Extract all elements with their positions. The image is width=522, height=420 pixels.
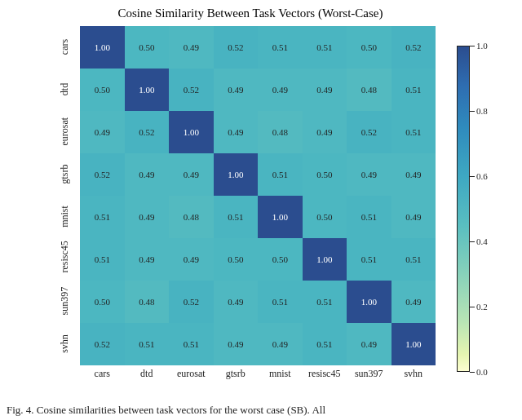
heatmap-cell: 0.52 — [169, 281, 214, 323]
heatmap-cell: 0.51 — [392, 111, 436, 153]
heatmap-cell: 0.49 — [125, 153, 170, 196]
heatmap-cell: 0.48 — [258, 111, 303, 153]
y-tick-label: mnist — [59, 203, 71, 231]
heatmap-cell: 0.49 — [214, 69, 259, 111]
x-tick-label: eurosat — [169, 368, 214, 380]
heatmap-cell: 0.48 — [347, 69, 392, 111]
heatmap-cell: 0.51 — [392, 69, 436, 111]
heatmap-cell: 0.49 — [214, 281, 259, 323]
colorbar-tick — [470, 241, 475, 242]
heatmap-cell: 0.52 — [125, 111, 170, 153]
colorbar-tick-label: 0.6 — [476, 171, 488, 181]
heatmap-cell: 0.49 — [347, 323, 392, 365]
heatmap-cell: 0.51 — [80, 196, 125, 238]
heatmap-cell: 0.52 — [80, 153, 125, 196]
heatmap-cell: 0.51 — [169, 323, 214, 365]
heatmap-cell: 0.52 — [392, 26, 436, 69]
heatmap-cell: 0.49 — [214, 323, 259, 365]
heatmap-cell: 0.51 — [392, 238, 436, 281]
heatmap-cell: 0.52 — [169, 69, 214, 111]
heatmap-cell: 0.49 — [169, 26, 214, 69]
colorbar-tick-label: 1.0 — [476, 41, 488, 51]
heatmap-cell: 0.49 — [392, 153, 436, 196]
colorbar-tick — [470, 176, 475, 177]
colorbar-tick — [470, 46, 475, 46]
x-tick-label: svhn — [392, 368, 436, 380]
heatmap-cell: 0.49 — [214, 111, 259, 153]
heatmap-cell: 0.51 — [258, 26, 303, 69]
heatmap-cell: 0.50 — [80, 281, 125, 323]
heatmap-cell: 0.51 — [347, 196, 392, 238]
heatmap-cell: 0.51 — [347, 238, 392, 281]
colorbar-tick — [470, 307, 475, 307]
heatmap-cell: 0.51 — [80, 238, 125, 281]
colorbar-tick-label: 0.8 — [476, 106, 488, 116]
heatmap-cell: 0.51 — [303, 323, 347, 365]
heatmap-cell: 0.48 — [125, 281, 170, 323]
heatmap-cell: 1.00 — [125, 69, 170, 111]
heatmap-cell: 0.49 — [258, 323, 303, 365]
heatmap-cell: 1.00 — [303, 238, 347, 281]
colorbar-gradient — [457, 46, 470, 372]
y-tick-label: dtd — [59, 76, 71, 104]
heatmap-cell: 0.51 — [258, 153, 303, 196]
y-tick-label: eurosat — [59, 118, 71, 146]
heatmap-cell: 1.00 — [214, 153, 259, 196]
heatmap-cell: 0.49 — [169, 238, 214, 281]
heatmap-cell: 0.52 — [214, 26, 259, 69]
heatmap-cell: 0.51 — [303, 26, 347, 69]
colorbar-tick-label: 0.0 — [476, 367, 488, 377]
colorbar-tick-label: 0.2 — [476, 302, 488, 312]
colorbar-tick-label: 0.4 — [476, 237, 488, 246]
heatmap-cell: 0.51 — [303, 281, 347, 323]
y-tick-label: cars — [59, 33, 71, 61]
heatmap-cell: 1.00 — [169, 111, 214, 153]
heatmap-cell: 0.49 — [392, 196, 436, 238]
x-tick-label: dtd — [125, 368, 170, 380]
heatmap-cell: 0.50 — [80, 69, 125, 111]
heatmap-cell: 0.52 — [80, 323, 125, 365]
x-tick-label: resisc45 — [303, 368, 347, 380]
heatmap-cell: 0.50 — [258, 238, 303, 281]
heatmap-cell: 0.51 — [125, 323, 170, 365]
colorbar: 0.00.20.40.60.81.0 — [457, 46, 506, 372]
heatmap-cell: 0.51 — [258, 281, 303, 323]
y-tick-label: sun397 — [59, 288, 71, 316]
y-tick-label: svhn — [59, 330, 71, 358]
x-tick-label: mnist — [258, 368, 303, 380]
colorbar-tick — [470, 372, 475, 373]
y-tick-label: resisc45 — [59, 245, 71, 273]
x-tick-label: sun397 — [347, 368, 392, 380]
heatmap-cell: 0.49 — [125, 196, 170, 238]
heatmap-cell: 1.00 — [80, 26, 125, 69]
heatmap-cell: 1.00 — [347, 281, 392, 323]
heatmap-cell: 0.52 — [347, 111, 392, 153]
heatmap-cell: 0.50 — [303, 153, 347, 196]
colorbar-tick — [470, 111, 475, 112]
heatmap-cell: 0.49 — [303, 111, 347, 153]
x-tick-label: gtsrb — [214, 368, 259, 380]
heatmap-cell: 0.49 — [80, 111, 125, 153]
heatmap-cell: 0.51 — [214, 196, 259, 238]
heatmap-cell: 0.49 — [169, 153, 214, 196]
heatmap-cell: 0.49 — [125, 238, 170, 281]
heatmap-cell: 1.00 — [258, 196, 303, 238]
heatmap-cell: 0.49 — [392, 281, 436, 323]
heatmap-cell: 0.49 — [303, 69, 347, 111]
heatmap-cell: 0.50 — [303, 196, 347, 238]
y-tick-label: gtsrb — [59, 161, 71, 188]
heatmap-cell: 0.50 — [125, 26, 170, 69]
heatmap-cell: 0.49 — [258, 69, 303, 111]
heatmap-cell: 0.50 — [347, 26, 392, 69]
x-tick-label: cars — [80, 368, 125, 380]
heatmap-cell: 0.50 — [214, 238, 259, 281]
chart-title: Cosine Similarity Between Task Vectors (… — [51, 7, 450, 20]
figure-caption: Fig. 4. Cosine similarities between task… — [0, 404, 522, 417]
heatmap-cell: 0.48 — [169, 196, 214, 238]
heatmap-grid: 1.000.500.490.520.510.510.500.520.501.00… — [80, 26, 436, 365]
heatmap-cell: 0.49 — [347, 153, 392, 196]
heatmap-cell: 1.00 — [392, 323, 436, 365]
heatmap-chart: Cosine Similarity Between Task Vectors (… — [51, 7, 450, 382]
